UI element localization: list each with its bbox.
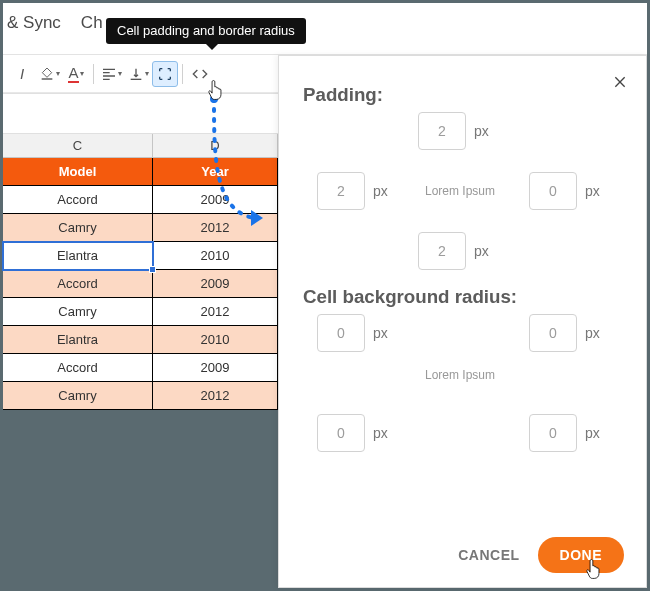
preview-text: Lorem Ipsum xyxy=(425,368,495,382)
unit-label: px xyxy=(373,325,388,341)
column-header-c[interactable]: C xyxy=(3,134,153,158)
selection-handle[interactable] xyxy=(149,266,156,273)
italic-button[interactable]: I xyxy=(9,61,35,87)
header-year: Year xyxy=(153,158,278,186)
unit-label: px xyxy=(373,425,388,441)
unit-label: px xyxy=(585,425,600,441)
dialog-actions: CANCEL DONE xyxy=(279,537,646,573)
padding-top-input[interactable] xyxy=(418,112,466,150)
table-cell[interactable]: 2012 xyxy=(153,382,278,410)
sheet-top-gap xyxy=(3,94,278,134)
radius-heading: Cell background radius: xyxy=(303,286,622,308)
column-header-d[interactable]: D xyxy=(153,134,278,158)
padding-left-input[interactable] xyxy=(317,172,365,210)
padding-bottom-input[interactable] xyxy=(418,232,466,270)
padding-inputs: px px Lorem Ipsum px px xyxy=(303,106,622,286)
table-cell[interactable]: Accord xyxy=(3,270,153,298)
radius-tr-input[interactable] xyxy=(529,314,577,352)
table-cell-selected[interactable]: Elantra xyxy=(3,242,153,270)
cancel-button[interactable]: CANCEL xyxy=(458,547,519,563)
fill-color-button[interactable]: ▾ xyxy=(36,61,62,87)
preview-text: Lorem Ipsum xyxy=(425,184,495,198)
tooltip-padding-radius: Cell padding and border radius xyxy=(106,18,306,44)
text-color-button[interactable]: A▾ xyxy=(63,61,89,87)
v-align-button[interactable]: ▾ xyxy=(125,61,151,87)
table-cell[interactable]: 2012 xyxy=(153,214,278,242)
table-cell[interactable]: Accord xyxy=(3,354,153,382)
done-button[interactable]: DONE xyxy=(538,537,624,573)
formatting-toolbar: I ▾ A▾ ▾ ▾ xyxy=(3,55,278,93)
menu-item-ch[interactable]: Ch xyxy=(81,13,103,33)
table-cell[interactable]: Accord xyxy=(3,186,153,214)
h-align-button[interactable]: ▾ xyxy=(98,61,124,87)
unit-label: px xyxy=(373,183,388,199)
padding-right-input[interactable] xyxy=(529,172,577,210)
table-cell[interactable]: Camry xyxy=(3,298,153,326)
unit-label: px xyxy=(474,123,489,139)
separator xyxy=(182,64,183,84)
menu-bar: & Sync Ch xyxy=(3,3,103,43)
cell-value: Elantra xyxy=(57,248,98,263)
table-cell[interactable]: Elantra xyxy=(3,326,153,354)
unit-label: px xyxy=(585,183,600,199)
menu-item-sync[interactable]: & Sync xyxy=(7,13,61,33)
spreadsheet: C D Model Year Accord 2009 Camry 2012 El… xyxy=(3,93,278,410)
table-cell[interactable]: 2009 xyxy=(153,270,278,298)
padding-heading: Padding: xyxy=(303,84,622,106)
table-cell[interactable]: 2010 xyxy=(153,326,278,354)
table-cell[interactable]: 2012 xyxy=(153,298,278,326)
unit-label: px xyxy=(474,243,489,259)
radius-bl-input[interactable] xyxy=(317,414,365,452)
separator xyxy=(93,64,94,84)
source-code-button[interactable] xyxy=(187,61,213,87)
header-model: Model xyxy=(3,158,153,186)
close-icon xyxy=(612,74,628,90)
table-cell[interactable]: 2010 xyxy=(153,242,278,270)
table-cell[interactable]: Camry xyxy=(3,214,153,242)
close-button[interactable] xyxy=(608,70,632,94)
radius-inputs: px px Lorem Ipsum px px xyxy=(303,308,622,466)
table-cell[interactable]: 2009 xyxy=(153,186,278,214)
radius-tl-input[interactable] xyxy=(317,314,365,352)
table-cell[interactable]: Camry xyxy=(3,382,153,410)
padding-radius-button[interactable] xyxy=(152,61,178,87)
padding-radius-dialog: Padding: px px Lorem Ipsum px px Cell ba… xyxy=(278,55,647,588)
table-cell[interactable]: 2009 xyxy=(153,354,278,382)
radius-br-input[interactable] xyxy=(529,414,577,452)
unit-label: px xyxy=(585,325,600,341)
